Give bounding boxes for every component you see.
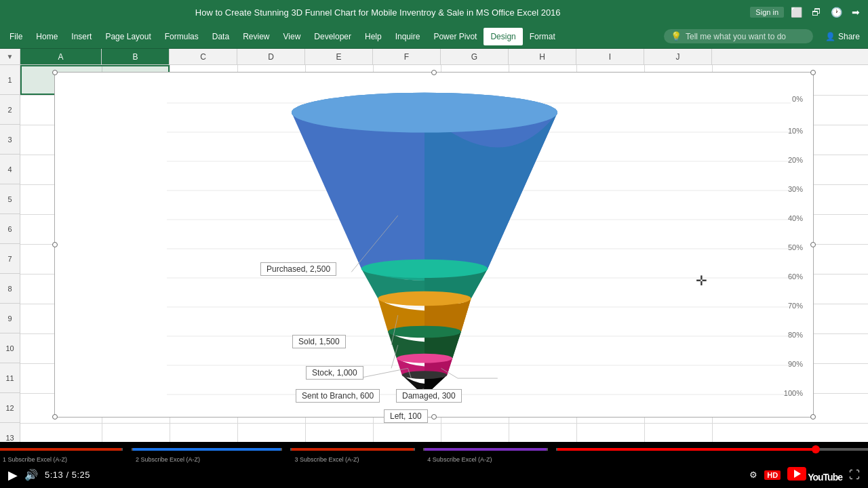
chapter-3 <box>292 448 413 451</box>
ribbon: File Home Insert Page Layout Formulas Da… <box>0 24 868 49</box>
y-label-80: 80% <box>788 331 803 339</box>
y-label-70: 70% <box>788 302 803 310</box>
tab-inquire[interactable]: Inquire <box>389 28 427 45</box>
row-1[interactable]: 1 <box>0 65 20 95</box>
row-8[interactable]: 8 <box>0 274 20 304</box>
col-header-b[interactable]: B <box>102 49 170 64</box>
row-numbers: 1 2 3 4 5 6 7 8 9 10 11 12 13 14 <box>0 65 20 442</box>
search-input[interactable] <box>686 32 794 41</box>
col-header-e[interactable]: E <box>305 49 373 64</box>
row-13[interactable]: 13 <box>0 423 20 442</box>
y-label-10: 10% <box>788 127 803 135</box>
handle-br[interactable] <box>810 414 816 420</box>
tab-data[interactable]: Data <box>205 28 236 45</box>
tab-view[interactable]: View <box>277 28 308 45</box>
handle-tl[interactable] <box>52 70 58 75</box>
svg-point-19 <box>388 326 461 338</box>
tab-insert[interactable]: Insert <box>64 28 98 45</box>
row-7[interactable]: 7 <box>0 244 20 274</box>
row-11[interactable]: 11 <box>0 363 20 393</box>
chapter-label-1: 1 Subscribe Excel (A-Z) <box>0 456 121 466</box>
tab-formulas[interactable]: Formulas <box>158 28 205 45</box>
handle-tr[interactable] <box>810 70 816 75</box>
chart-inner: 0% 10% 20% 30% 40% 50% 60% 70% 80% 90% 1… <box>58 76 810 413</box>
col-header-f[interactable]: F <box>373 49 441 64</box>
y-label-100: 100% <box>784 389 803 397</box>
handle-bottom[interactable] <box>431 414 437 420</box>
row-10[interactable]: 10 <box>0 333 20 363</box>
tab-developer[interactable]: Developer <box>307 28 358 45</box>
player-bar: 1 Subscribe Excel (A-Z) 2 Subscribe Exce… <box>0 442 868 488</box>
row-3[interactable]: 3 <box>0 125 20 155</box>
fullscreen-button[interactable]: ⛶ <box>849 469 860 481</box>
title-text: How to Create Stunning 3D Funnel Chart f… <box>5 7 750 18</box>
label-sold: Sold, 1,500 <box>292 335 346 348</box>
y-label-20: 20% <box>788 156 803 164</box>
ribbon-search-box[interactable]: 💡 <box>664 29 813 43</box>
hd-badge[interactable]: HD <box>764 470 781 480</box>
col-header-g[interactable]: G <box>441 49 509 64</box>
maximize-icon[interactable]: 🗗 <box>809 5 824 19</box>
lightbulb-icon: 💡 <box>671 31 682 41</box>
signin-button[interactable]: Sign in <box>750 7 784 18</box>
chapter-2 <box>133 448 281 451</box>
title-controls: Sign in ⬜ 🗗 🕐 ➡ <box>750 5 863 19</box>
handle-left[interactable] <box>52 242 58 247</box>
svg-point-21 <box>402 371 448 379</box>
chart-container[interactable]: 0% 10% 20% 30% 40% 50% 60% 70% 80% 90% 1… <box>54 72 814 418</box>
chapter-label-4: 4 Subscribe Excel (A-Z) <box>425 456 546 466</box>
minimize-icon[interactable]: ⬜ <box>788 5 805 19</box>
tab-page-layout[interactable]: Page Layout <box>98 28 157 45</box>
tab-help[interactable]: Help <box>358 28 389 45</box>
label-left: Left, 100 <box>384 409 428 423</box>
tab-review[interactable]: Review <box>236 28 276 45</box>
svg-point-17 <box>361 260 488 278</box>
col-header-c[interactable]: C <box>170 49 237 64</box>
col-header-j[interactable]: J <box>644 49 712 64</box>
play-button[interactable]: ▶ <box>8 468 18 483</box>
row-6[interactable]: 6 <box>0 214 20 244</box>
corner-arrow: ▼ <box>7 53 14 60</box>
tab-design[interactable]: Design <box>484 28 522 45</box>
tab-format[interactable]: Format <box>523 28 562 45</box>
row-4[interactable]: 4 <box>0 155 20 184</box>
handle-top[interactable] <box>431 70 437 75</box>
label-purchased: Purchased, 2,500 <box>260 262 336 276</box>
chapter-4 <box>425 448 546 451</box>
handle-right[interactable] <box>810 242 816 247</box>
tab-power-pivot[interactable]: Power Pivot <box>427 28 484 45</box>
tab-home[interactable]: Home <box>29 28 64 45</box>
player-right-controls: ⚙ HD YouTube ⛶ <box>749 467 860 483</box>
svg-point-20 <box>397 354 452 363</box>
row-9[interactable]: 9 <box>0 304 20 333</box>
chapter-5-fill <box>557 448 814 451</box>
chapter-label-2: 2 Subscribe Excel (A-Z) <box>133 456 281 466</box>
chapter-label-3: 3 Subscribe Excel (A-Z) <box>292 456 413 466</box>
clock-icon[interactable]: 🕐 <box>828 5 845 19</box>
col-header-d[interactable]: D <box>237 49 305 64</box>
settings-button[interactable]: ⚙ <box>749 470 757 480</box>
row-2[interactable]: 2 <box>0 95 20 125</box>
funnel-svg <box>167 83 682 415</box>
forward-icon[interactable]: ➡ <box>849 5 863 19</box>
y-label-40: 40% <box>788 214 803 222</box>
tab-file[interactable]: File <box>3 28 29 45</box>
youtube-logo: YouTube <box>787 467 842 483</box>
share-button[interactable]: 👤 Share <box>820 29 865 44</box>
row-12[interactable]: 12 <box>0 393 20 423</box>
chapter-markers <box>0 448 868 451</box>
label-damaged: Damaged, 300 <box>396 389 462 403</box>
row-5[interactable]: 5 <box>0 184 20 214</box>
handle-bl[interactable] <box>52 414 58 420</box>
y-label-90: 90% <box>788 360 803 368</box>
progress-bar[interactable] <box>0 448 868 451</box>
col-header-h[interactable]: H <box>509 49 576 64</box>
person-icon: 👤 <box>825 32 835 41</box>
time-display: 5:13 / 5:25 <box>45 470 90 480</box>
rows-area: 1 2 3 4 5 6 7 8 9 10 11 12 13 14 <box>0 65 868 442</box>
volume-button[interactable]: 🔊 <box>24 468 38 481</box>
column-headers: ▼ A B C D E F G H I J <box>0 49 868 65</box>
col-header-i[interactable]: I <box>576 49 644 64</box>
col-header-a[interactable]: A <box>20 49 102 64</box>
svg-point-18 <box>378 291 471 306</box>
